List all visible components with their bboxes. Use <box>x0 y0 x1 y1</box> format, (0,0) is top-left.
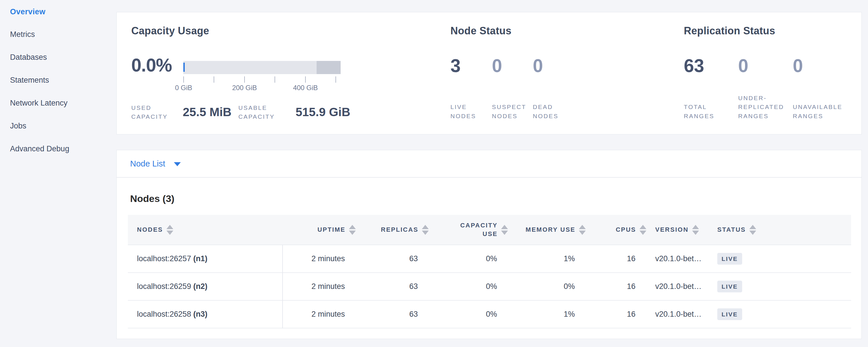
status-badge: LIVE <box>717 308 742 320</box>
version-header-label: VERSION <box>655 226 689 233</box>
live-nodes-label: LIVE NODES <box>451 102 482 120</box>
cpus-header-label: CPUS <box>616 226 636 233</box>
suspect-nodes-value: 0 <box>492 55 533 76</box>
used-capacity-label: USED CAPACITY <box>131 103 177 121</box>
nodes-table: NODES UPTIME REPLICAS CAPACITY USE MEMOR… <box>128 215 851 328</box>
suspect-nodes-stat: 0 SUSPECT NODES <box>492 55 533 120</box>
axis-label-400: 400 GiB <box>293 84 318 92</box>
column-header-version[interactable]: VERSION <box>646 215 710 245</box>
table-row[interactable]: localhost:26257 (n1) 2 minutes 63 0% 1% … <box>128 245 851 273</box>
under-replicated-ranges-stat: 0 UNDER-REPLICATED RANGES <box>738 55 793 120</box>
chevron-down-icon <box>174 162 181 166</box>
version-cell: v20.1.0-bet… <box>646 245 710 273</box>
total-ranges-stat: 63 TOTAL RANGES <box>684 55 738 120</box>
capacity-gauge-reserved-segment <box>317 61 341 74</box>
overview-page: Overview Metrics Databases Statements Ne… <box>0 0 868 347</box>
replicas-cell: 63 <box>356 301 429 328</box>
replicas-cell: 63 <box>356 245 429 273</box>
column-header-capacity-use[interactable]: CAPACITY USE <box>429 215 508 245</box>
replicas-cell: 63 <box>356 273 429 301</box>
column-header-replicas[interactable]: REPLICAS <box>356 215 429 245</box>
unavailable-ranges-label: UNAVAILABLE RANGES <box>793 102 846 120</box>
replication-status-stats: 63 TOTAL RANGES 0 UNDER-REPLICATED RANGE… <box>684 55 853 120</box>
node-address[interactable]: localhost:26257 <box>137 254 191 263</box>
used-capacity-value: 25.5 MiB <box>183 105 231 119</box>
capacity-use-cell: 0% <box>429 301 508 328</box>
node-id: (n3) <box>193 310 208 318</box>
sort-icon <box>579 225 586 235</box>
usable-capacity-value: 515.9 GiB <box>296 105 350 119</box>
node-status-title: Node Status <box>451 25 512 37</box>
sidebar-item-databases[interactable]: Databases <box>10 46 47 69</box>
table-row[interactable]: localhost:26258 (n3) 2 minutes 63 0% 1% … <box>128 301 851 328</box>
dead-nodes-label: DEAD NODES <box>533 102 564 120</box>
capacity-gauge-axis-labels: 0 GiB 200 GiB 400 GiB <box>183 84 341 92</box>
axis-label-0: 0 GiB <box>175 84 192 92</box>
nodes-count-heading: Nodes (3) <box>130 193 175 204</box>
sidebar-item-advanced-debug[interactable]: Advanced Debug <box>10 137 69 160</box>
column-header-status[interactable]: STATUS <box>710 215 851 245</box>
node-address[interactable]: localhost:26258 <box>137 310 191 318</box>
sidebar-item-metrics[interactable]: Metrics <box>10 23 35 46</box>
node-address[interactable]: localhost:26259 <box>137 282 191 291</box>
node-list-card: Node List Nodes (3) NODES UPTIME <box>116 150 862 339</box>
capacity-gauge-used-marker <box>183 63 185 72</box>
node-list-dropdown-label: Node List <box>130 159 165 168</box>
capacity-use-cell: 0% <box>429 245 508 273</box>
node-id: (n1) <box>193 254 208 263</box>
table-header-row: NODES UPTIME REPLICAS CAPACITY USE MEMOR… <box>128 215 851 245</box>
total-ranges-label: TOTAL RANGES <box>684 102 718 120</box>
sidebar-item-jobs[interactable]: Jobs <box>10 115 26 137</box>
capacity-gauge-bar <box>183 61 341 74</box>
replicas-header-label: REPLICAS <box>381 226 418 233</box>
column-header-nodes[interactable]: NODES <box>128 215 282 245</box>
sort-icon <box>640 225 646 235</box>
nodes-header-label: NODES <box>137 226 163 233</box>
dead-nodes-stat: 0 DEAD NODES <box>533 55 579 120</box>
capacity-use-header-label: CAPACITY USE <box>458 221 498 238</box>
version-cell: v20.1.0-bet… <box>646 273 710 301</box>
sort-icon <box>422 225 429 235</box>
uptime-header-label: UPTIME <box>317 226 345 233</box>
sort-icon <box>749 225 756 235</box>
suspect-nodes-label: SUSPECT NODES <box>492 102 529 120</box>
node-list-dropdown[interactable]: Node List <box>130 159 181 168</box>
capacity-gauge: 0 GiB 200 GiB 400 GiB <box>183 61 341 92</box>
capacity-gauge-ticks <box>183 76 341 83</box>
dead-nodes-value: 0 <box>533 55 579 76</box>
cpus-cell: 16 <box>586 273 646 301</box>
column-header-uptime[interactable]: UPTIME <box>282 215 356 245</box>
nodes-column-divider <box>282 245 283 328</box>
status-badge: LIVE <box>717 253 742 264</box>
uptime-cell: 2 minutes <box>282 301 356 328</box>
memory-use-cell: 1% <box>508 301 586 328</box>
live-nodes-stat: 3 LIVE NODES <box>451 55 492 120</box>
status-badge: LIVE <box>717 281 742 292</box>
column-header-memory-use[interactable]: MEMORY USE <box>508 215 586 245</box>
sidebar-item-overview[interactable]: Overview <box>10 0 45 23</box>
node-list-dropdown-band: Node List <box>117 150 861 178</box>
sidebar-item-statements[interactable]: Statements <box>10 69 49 92</box>
capacity-usage-title: Capacity Usage <box>131 25 209 37</box>
usable-capacity-label: USABLE CAPACITY <box>238 103 289 121</box>
sort-icon <box>349 225 356 235</box>
version-cell: v20.1.0-bet… <box>646 301 710 328</box>
cpus-cell: 16 <box>586 301 646 328</box>
live-nodes-value: 3 <box>451 55 492 76</box>
sidebar-item-network-latency[interactable]: Network Latency <box>10 92 67 115</box>
uptime-cell: 2 minutes <box>282 273 356 301</box>
capacity-use-cell: 0% <box>429 273 508 301</box>
sort-icon <box>501 225 508 235</box>
table-row[interactable]: localhost:26259 (n2) 2 minutes 63 0% 0% … <box>128 273 851 301</box>
replication-status-title: Replication Status <box>684 25 775 37</box>
unavailable-ranges-value: 0 <box>793 55 853 76</box>
memory-use-header-label: MEMORY USE <box>526 226 576 233</box>
capacity-used-percent: 0.0% <box>131 55 172 76</box>
under-replicated-ranges-value: 0 <box>738 55 793 76</box>
cpus-cell: 16 <box>586 245 646 273</box>
under-replicated-ranges-label: UNDER-REPLICATED RANGES <box>738 94 789 121</box>
uptime-cell: 2 minutes <box>282 245 356 273</box>
node-id: (n2) <box>193 282 208 291</box>
node-status-stats: 3 LIVE NODES 0 SUSPECT NODES 0 DEAD NODE… <box>451 55 579 120</box>
column-header-cpus[interactable]: CPUS <box>586 215 646 245</box>
